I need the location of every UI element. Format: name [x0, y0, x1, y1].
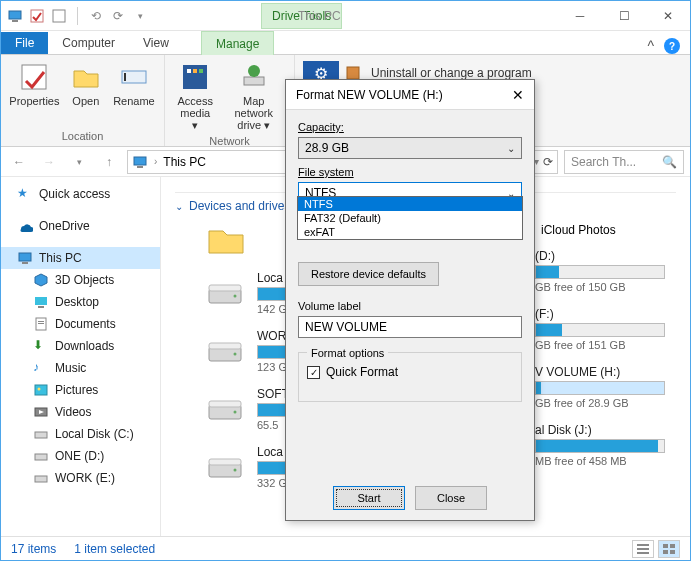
filesystem-option-fat32[interactable]: FAT32 (Default) [298, 211, 522, 225]
qat-dropdown-icon[interactable]: ▾ [132, 8, 148, 24]
start-button[interactable]: Start [333, 486, 405, 510]
ribbon-collapse-icon[interactable]: ^ [647, 38, 654, 54]
nav-this-pc[interactable]: This PC [1, 247, 160, 269]
checkbox-checked-icon: ✓ [307, 366, 320, 379]
svg-point-34 [234, 353, 237, 356]
drive-item[interactable]: V VOLUME (H:)GB free of 28.9 GB [535, 365, 685, 409]
nav-3d-objects[interactable]: 3D Objects [1, 269, 160, 291]
restore-defaults-button[interactable]: Restore device defaults [298, 262, 439, 286]
drive-item[interactable]: (F:)GB free of 151 GB [535, 307, 685, 351]
svg-point-24 [38, 388, 41, 391]
chevron-down-icon: ⌄ [507, 143, 515, 154]
svg-rect-36 [209, 401, 241, 407]
svg-rect-26 [35, 432, 47, 438]
access-media-button[interactable]: Accessmedia ▾ [173, 59, 218, 133]
nav-pictures[interactable]: Pictures [1, 379, 160, 401]
qat-redo-icon[interactable]: ⟳ [110, 8, 126, 24]
drive-free: GB free of 28.9 GB [535, 397, 685, 409]
format-options-group: Format options ✓ Quick Format [298, 352, 522, 402]
map-network-label: Map networkdrive ▾ [228, 95, 280, 131]
dialog-title: Format NEW VOLUME (H:) [296, 88, 443, 102]
map-network-button[interactable]: Map networkdrive ▾ [222, 59, 286, 133]
nav-desktop[interactable]: Desktop [1, 291, 160, 313]
svg-rect-39 [209, 459, 241, 465]
nav-recent-icon[interactable]: ▾ [67, 150, 91, 174]
svg-rect-9 [193, 69, 197, 73]
star-icon: ★ [17, 186, 33, 202]
nav-up-button[interactable]: ↑ [97, 150, 121, 174]
close-button[interactable]: Close [415, 486, 487, 510]
volume-label-input[interactable]: NEW VOLUME [298, 316, 522, 338]
search-icon: 🔍 [662, 155, 677, 169]
svg-rect-0 [9, 11, 21, 19]
svg-rect-19 [38, 306, 44, 308]
filesystem-dropdown-list: NTFS FAT32 (Default) exFAT [297, 196, 523, 240]
minimize-button[interactable]: ─ [558, 1, 602, 31]
properties-icon [18, 61, 50, 93]
quick-format-checkbox[interactable]: ✓ Quick Format [307, 365, 513, 379]
icloud-photos-label[interactable]: iCloud Photos [541, 223, 616, 237]
nav-documents[interactable]: Documents [1, 313, 160, 335]
location-group-label: Location [9, 128, 156, 142]
svg-rect-42 [637, 548, 649, 550]
close-window-button[interactable]: ✕ [646, 1, 690, 31]
maximize-button[interactable]: ☐ [602, 1, 646, 31]
drive-item[interactable]: al Disk (J:)MB free of 458 MB [535, 423, 685, 467]
qat-undo-icon[interactable]: ⟲ [88, 8, 104, 24]
nav-quick-access[interactable]: ★ Quick access [1, 183, 160, 205]
nav-forward-button[interactable]: → [37, 150, 61, 174]
open-button[interactable]: Open [64, 59, 108, 128]
tab-manage[interactable]: Manage [201, 31, 274, 55]
svg-rect-43 [637, 552, 649, 554]
refresh-icon[interactable]: ⟳ [543, 155, 553, 169]
svg-rect-33 [209, 343, 241, 349]
properties-button[interactable]: Properties [9, 59, 60, 128]
nav-downloads[interactable]: ⬇Downloads [1, 335, 160, 357]
qat-properties-icon[interactable] [29, 8, 45, 24]
nav-back-button[interactable]: ← [7, 150, 31, 174]
filesystem-option-ntfs[interactable]: NTFS [298, 197, 522, 211]
svg-rect-47 [670, 550, 675, 554]
qat-new-folder-icon[interactable] [51, 8, 67, 24]
network-drive-icon [238, 61, 270, 93]
network-group-label: Network [173, 133, 286, 147]
nav-one-d[interactable]: ONE (D:) [1, 445, 160, 467]
nav-music[interactable]: ♪Music [1, 357, 160, 379]
nav-videos[interactable]: Videos [1, 401, 160, 423]
svg-point-31 [234, 295, 237, 298]
rename-button[interactable]: Rename [112, 59, 156, 128]
drive-item[interactable]: (D:)GB free of 150 GB [535, 249, 685, 293]
svg-rect-7 [183, 65, 207, 89]
open-folder-icon [70, 61, 102, 93]
view-details-button[interactable] [632, 540, 654, 558]
pc-icon [17, 250, 33, 266]
svg-rect-41 [637, 544, 649, 546]
svg-rect-8 [187, 69, 191, 73]
svg-rect-27 [35, 454, 47, 460]
nav-work-e[interactable]: WORK (E:) [1, 467, 160, 489]
view-tiles-button[interactable] [658, 540, 680, 558]
picture-icon [33, 382, 49, 398]
chevron-right-icon[interactable]: › [154, 156, 157, 167]
address-location: This PC [163, 155, 206, 169]
tab-view[interactable]: View [129, 32, 183, 54]
video-icon [33, 404, 49, 420]
tab-file[interactable]: File [1, 32, 48, 54]
help-icon[interactable]: ? [664, 38, 680, 54]
pc-icon [132, 154, 148, 170]
capacity-dropdown[interactable]: 28.9 GB⌄ [298, 137, 522, 159]
svg-rect-21 [38, 321, 44, 322]
volume-label-label: Volume label [298, 300, 522, 312]
nav-onedrive[interactable]: OneDrive [1, 215, 160, 237]
svg-rect-44 [663, 544, 668, 548]
dialog-close-button[interactable]: ✕ [512, 87, 524, 103]
svg-rect-13 [347, 67, 359, 79]
tab-computer[interactable]: Computer [48, 32, 129, 54]
drive-free: GB free of 150 GB [535, 281, 685, 293]
svg-rect-10 [199, 69, 203, 73]
download-icon: ⬇ [33, 338, 49, 354]
filesystem-option-exfat[interactable]: exFAT [298, 225, 522, 239]
drive-name: (D:) [535, 249, 685, 263]
nav-local-c[interactable]: Local Disk (C:) [1, 423, 160, 445]
search-input[interactable]: Search Th... 🔍 [564, 150, 684, 174]
